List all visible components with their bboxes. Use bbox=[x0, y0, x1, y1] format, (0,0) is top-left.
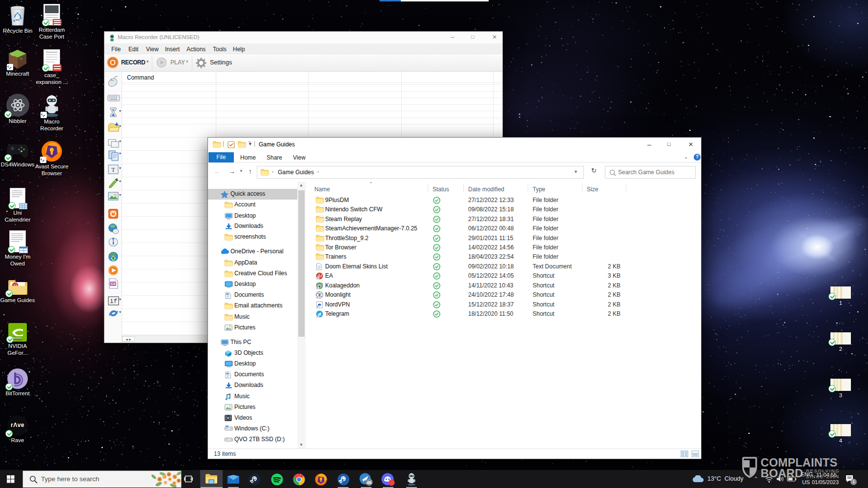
svg-text:45: 45 bbox=[367, 480, 372, 485]
svg-text:T: T bbox=[111, 166, 115, 173]
svg-text:if: if bbox=[110, 298, 118, 305]
svg-text:NVIDIA: NVIDIA bbox=[13, 337, 22, 340]
svg-text:C#: C# bbox=[110, 282, 116, 286]
